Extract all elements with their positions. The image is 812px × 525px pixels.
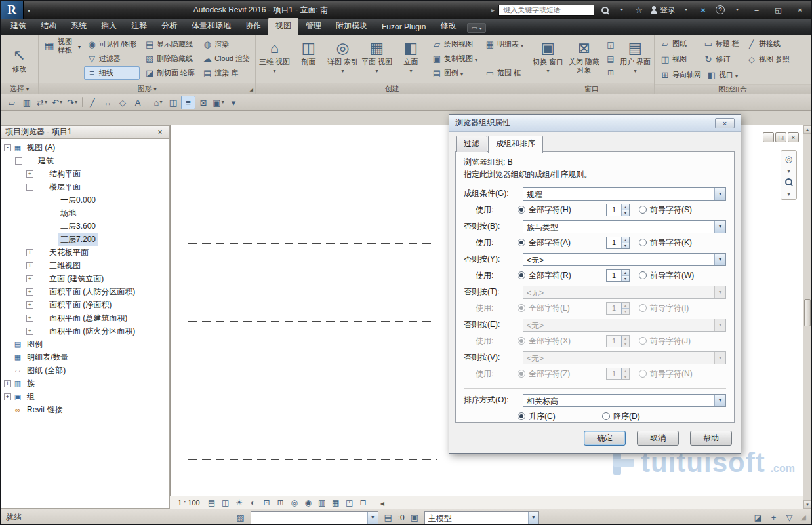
render-gallery-button[interactable]: 渲染 库 [199, 66, 253, 80]
thin-lines-button[interactable]: 细线 [84, 66, 140, 80]
switch-windows-button[interactable]: 切换 窗口 [532, 37, 564, 81]
zoom-button[interactable] [782, 176, 795, 188]
replicate-window-button[interactable] [604, 38, 617, 51]
aligned-dimension-button[interactable]: ↔ [100, 96, 115, 109]
view-minimize-button[interactable] [763, 132, 774, 142]
ribbon-tab[interactable]: Fuzor Plugin [375, 20, 433, 35]
scrollbar-thumb[interactable] [804, 299, 811, 326]
tree-item[interactable]: + 立面 (建筑立面) [1, 272, 169, 285]
view-button[interactable]: 视图 [657, 52, 700, 66]
close-hidden-windows-button[interactable]: ⊠ [196, 96, 211, 109]
separator[interactable] [82, 97, 83, 107]
cloud-render-button[interactable]: Cloud 渲染 [199, 52, 253, 66]
tree-expander-icon[interactable]: - [4, 144, 11, 151]
search-input[interactable] [502, 5, 591, 14]
all-characters-radio[interactable] [518, 206, 525, 214]
reveal-constraints-icon[interactable]: ⊟ [357, 497, 369, 508]
cut-profile-button[interactable]: 剖切面 轮廓 [142, 66, 197, 80]
selection-filter-icon[interactable] [784, 512, 796, 524]
leading-characters-radio[interactable] [639, 304, 647, 312]
tree-item[interactable]: - 建筑 [1, 154, 169, 167]
project-browser-close-icon[interactable] [155, 128, 165, 137]
tree-item[interactable]: + ▣ 组 [1, 390, 169, 403]
switch-windows-button[interactable]: ▣ [211, 96, 226, 109]
guide-grid-button[interactable]: 导向轴网 [657, 68, 704, 82]
sign-in-caret-icon[interactable] [680, 3, 693, 16]
temporary-hide-isolate-icon[interactable]: ◎ [289, 497, 300, 508]
customize-qat-button[interactable]: ▾ [226, 96, 241, 109]
ok-button[interactable]: 确定 [584, 431, 626, 446]
close-button[interactable] [791, 3, 809, 16]
leading-characters-radio[interactable] [639, 370, 647, 378]
tree-expander-icon[interactable]: + [26, 262, 33, 269]
dialog-launcher-icon[interactable] [250, 87, 253, 92]
help-icon[interactable] [714, 3, 727, 16]
tree-item[interactable]: ▤ 图例 [1, 338, 169, 351]
crop-view-icon[interactable]: ⊡ [261, 497, 273, 508]
tree-expander-icon[interactable]: + [26, 288, 33, 296]
legends-button[interactable]: 图例 [429, 66, 480, 80]
project-browser-header[interactable]: 项目浏览器 - 项目1 [1, 125, 170, 139]
ribbon-tab[interactable]: 管理 [298, 18, 329, 35]
ribbon-tab[interactable]: 协作 [238, 18, 268, 35]
undo-button[interactable]: ↶ [50, 96, 64, 109]
ribbon-tab[interactable]: 视图 [268, 18, 298, 35]
scope-box-button[interactable]: 范围 框 [482, 66, 526, 80]
exclude-options-icon[interactable] [752, 512, 764, 524]
view-close-button[interactable] [788, 132, 799, 142]
help-search-box[interactable] [498, 5, 594, 16]
dialog-title-bar[interactable]: 浏览器组织属性 [449, 115, 741, 132]
thin-lines-button[interactable]: ≡ [181, 96, 195, 109]
hide-analytical-model-icon[interactable]: ◳ [344, 497, 355, 508]
group-by-select[interactable]: <无> [523, 286, 726, 299]
panel-label-create[interactable]: 创建 [256, 83, 529, 94]
leading-characters-spinner[interactable]: 1 [606, 237, 630, 249]
sync-button[interactable]: ⇄ [35, 96, 49, 109]
group-by-select[interactable]: <无> [523, 319, 726, 332]
view-restore-button[interactable] [775, 132, 786, 142]
sheet-button[interactable]: 图纸 [657, 37, 700, 50]
visibility-graphics-button[interactable]: 可见性/图形 [84, 37, 140, 51]
steering-wheel-caret-icon[interactable] [787, 166, 790, 175]
all-characters-radio[interactable] [518, 304, 525, 312]
vertical-scrollbar[interactable] [803, 125, 811, 509]
default-3d-view-button[interactable]: ⌂ [151, 96, 165, 109]
cancel-button[interactable]: 取消 [637, 431, 679, 446]
favorites-icon[interactable] [632, 3, 645, 16]
modify-button[interactable]: 修改 [3, 44, 35, 73]
editable-only-icon[interactable] [382, 512, 394, 524]
tree-item[interactable]: + 面积平面 (净面积) [1, 298, 169, 311]
leading-characters-radio[interactable] [639, 206, 647, 214]
view-templates-button[interactable]: 视图样板 [41, 37, 82, 54]
steering-wheel-button[interactable] [782, 153, 795, 165]
ribbon-tab[interactable]: 结构 [33, 18, 64, 35]
worksharing-display-icon[interactable]: ▥ [316, 497, 328, 508]
all-characters-radio[interactable] [518, 337, 525, 345]
zoom-caret-icon[interactable] [787, 189, 790, 198]
tree-expander-icon[interactable]: + [4, 380, 11, 387]
filters-button[interactable]: 过滤器 [84, 52, 140, 66]
scroll-down-arrow-icon[interactable] [803, 500, 811, 509]
group-by-select[interactable]: <无> [523, 351, 726, 364]
scroll-up-arrow-icon[interactable] [803, 125, 811, 134]
tile-windows-button[interactable] [604, 66, 617, 79]
tree-item[interactable]: + 面积平面 (总建筑面积) [1, 311, 169, 324]
design-options-select[interactable]: 主模型 [424, 511, 539, 524]
leading-characters-spinner[interactable]: 1 [606, 269, 630, 282]
restore-button[interactable] [769, 3, 787, 16]
callout-button[interactable]: 详图 索引 [327, 37, 359, 81]
section-button[interactable]: ◫ [166, 96, 180, 109]
ribbon-tab[interactable]: 系统 [64, 18, 94, 35]
search-options-caret-icon[interactable] [615, 3, 628, 16]
schedules-button[interactable]: 明细表 [482, 37, 526, 51]
all-characters-radio[interactable] [518, 370, 525, 378]
save-button[interactable]: ▥ [20, 96, 34, 109]
tree-item[interactable]: ▱ 图纸 (全部) [1, 364, 169, 377]
exchange-apps-icon[interactable] [697, 3, 710, 16]
all-characters-radio[interactable] [518, 271, 525, 279]
sort-by-select[interactable]: 相关标高 [523, 394, 726, 407]
tree-expander-icon[interactable]: + [4, 393, 11, 400]
design-options-icon[interactable] [409, 512, 420, 524]
tree-item[interactable]: 三层7.200 [1, 233, 169, 246]
viewport-button[interactable]: 视口 [704, 68, 747, 82]
